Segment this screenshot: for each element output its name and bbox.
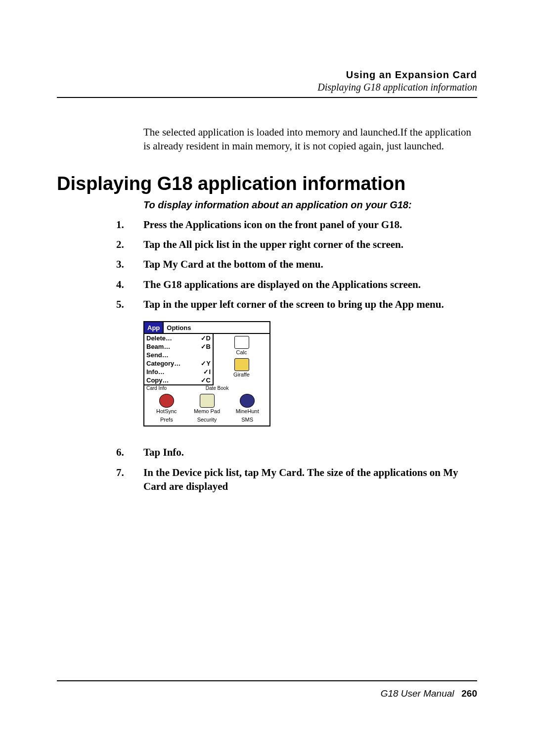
menu-shortcut: ✓B [201, 343, 211, 350]
step-text: The G18 applications are displayed on th… [143, 278, 477, 291]
menu-shortcut: ✓D [201, 334, 211, 342]
steps-list-2: 6.Tap Info. 7.In the Device pick list, t… [57, 445, 477, 493]
app-label: Security [197, 417, 217, 423]
hotsync-icon[interactable] [159, 394, 174, 408]
step-number: 7. [116, 466, 143, 494]
step-number: 1. [116, 218, 143, 232]
page-number: 260 [461, 688, 477, 699]
menu-item-info[interactable]: Info… [146, 368, 165, 376]
menu-item-delete[interactable]: Delete… [146, 334, 172, 342]
chapter-title: Using an Expansion Card [57, 69, 477, 81]
step-text: In the Device pick list, tap My Card. Th… [143, 466, 477, 494]
app-label: SMS [241, 417, 253, 423]
calc-icon[interactable] [234, 336, 249, 349]
options-menu-tab[interactable]: Options [164, 324, 194, 331]
app-label: Prefs [160, 417, 173, 423]
manual-name: G18 User Manual [381, 688, 454, 699]
menu-item-category[interactable]: Category… [146, 360, 180, 367]
step-text: Tap Info. [143, 445, 477, 459]
app-label: Calc [236, 349, 247, 355]
step-number: 3. [116, 257, 143, 271]
obscured-label: Date Book [206, 385, 229, 391]
step-number: 2. [116, 237, 143, 251]
steps-list-1: 1.Press the Applications icon on the fro… [57, 218, 477, 312]
menu-item-copy[interactable]: Copy… [146, 377, 169, 384]
menu-item-send[interactable]: Send… [146, 351, 169, 359]
menu-shortcut: ✓C [201, 377, 211, 384]
step-number: 6. [116, 445, 143, 459]
app-menu-dropdown: Delete…✓D Beam…✓B Send… Category…✓Y Info… [144, 334, 214, 385]
task-subheading: To display information about an applicat… [143, 199, 477, 211]
page-footer: G18 User Manual 260 [57, 680, 477, 699]
step-text: Tap in the upper left corner of the scre… [143, 297, 477, 311]
section-heading: Displaying G18 application information [57, 173, 477, 194]
app-label: HotSync [156, 408, 177, 414]
giraffe-icon[interactable] [234, 358, 249, 371]
section-subtitle: Displaying G18 application information [57, 82, 477, 93]
header-rule [57, 97, 477, 98]
app-label: MineHunt [236, 408, 259, 414]
palm-screenshot: App Options Delete…✓D Beam…✓B Send… Cate… [143, 321, 477, 426]
step-text: Press the Applications icon on the front… [143, 218, 477, 232]
step-number: 4. [116, 278, 143, 291]
intro-paragraph: The selected application is loaded into … [143, 125, 477, 153]
app-menu-tab[interactable]: App [144, 322, 164, 333]
menu-shortcut: ✓I [203, 368, 211, 376]
step-text: Tap My Card at the bottom of the menu. [143, 257, 477, 271]
step-text: Tap the All pick list in the upper right… [143, 237, 477, 251]
palm-device-screen: App Options Delete…✓D Beam…✓B Send… Cate… [143, 321, 270, 426]
menu-item-beam[interactable]: Beam… [146, 343, 170, 350]
menu-shortcut: ✓Y [201, 360, 211, 367]
memopad-icon[interactable] [200, 394, 215, 408]
step-number: 5. [116, 297, 143, 311]
minehunt-icon[interactable] [240, 394, 255, 408]
app-label: Memo Pad [194, 408, 220, 414]
obscured-label: Card Info [146, 385, 167, 391]
app-label: Giraffe [233, 372, 250, 378]
